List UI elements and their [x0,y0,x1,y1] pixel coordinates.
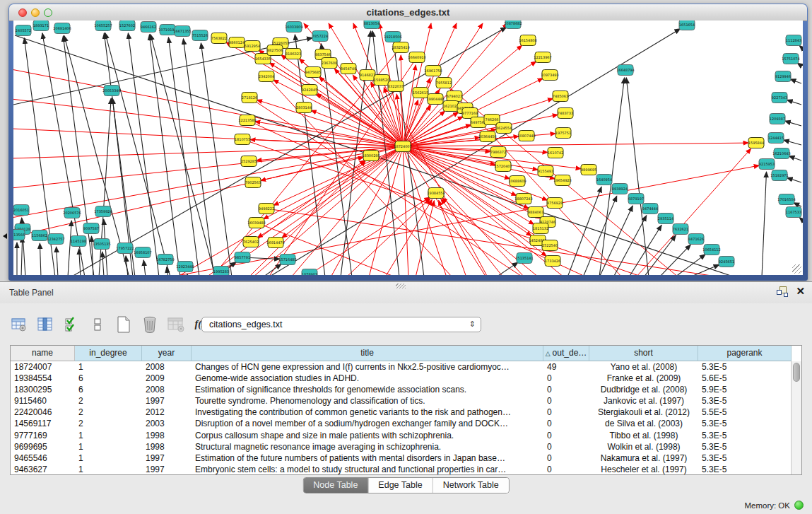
table-cell[interactable]: Estimation of significance thresholds fo… [192,384,543,395]
table-cell[interactable]: 22420046 [11,407,75,418]
table-cell[interactable]: 0 [543,395,589,407]
table-cell[interactable]: 1 [75,361,142,373]
table-cell[interactable]: 5.3E-5 [698,430,792,441]
table-cell[interactable]: 18724007 [11,361,75,373]
table-cell[interactable]: 18300295 [11,384,75,395]
table-cell[interactable]: 2 [75,407,142,418]
table-cell[interactable]: 1997 [142,464,192,475]
table-cell[interactable]: 5.6E-5 [698,373,792,384]
table-cell[interactable]: Tibbo et al. (1998) [589,430,698,441]
row-height-icon[interactable] [88,315,107,334]
table-cell[interactable]: Structural magnetic resonance image aver… [192,441,543,452]
table-cell[interactable]: Estimation of the future numbers of pati… [192,452,543,464]
table-cell[interactable]: 0 [543,407,589,418]
table-cell[interactable]: 19384554 [11,373,75,384]
table-row[interactable]: 977716911998Corpus callosum shape and si… [11,430,801,441]
table-cell[interactable]: 5.3E-5 [698,395,792,407]
table-cell[interactable]: 0 [543,441,589,452]
column-header-name[interactable]: name [11,346,75,361]
table-cell[interactable]: Genome-wide association studies in ADHD. [192,373,543,384]
new-table-icon[interactable] [114,315,133,334]
tab-edge-table[interactable]: Edge Table [368,478,433,493]
table-row[interactable]: 946362711997Embryonic stem cells: a mode… [11,464,801,475]
table-cell[interactable]: 2 [75,395,142,407]
table-cell[interactable]: 2003 [142,418,192,429]
table-row[interactable]: 946554611997Estimation of the future num… [11,452,801,464]
table-cell[interactable]: 5.3E-5 [698,361,792,373]
resize-grip[interactable] [792,264,801,274]
table-cell[interactable]: 5.3E-5 [698,464,792,475]
column-header-pagerank[interactable]: pagerank [698,346,792,361]
scrollbar-thumb[interactable] [793,363,800,382]
table-cell[interactable]: 0 [543,464,589,475]
table-cell[interactable]: 2012 [142,407,192,418]
column-header-short[interactable]: short [589,346,698,361]
table-cell[interactable]: Embryonic stem cells: a model to study s… [192,464,543,475]
table-cell[interactable]: Disruption of a novel member of a sodium… [192,418,543,429]
table-cell[interactable]: 0 [543,418,589,429]
table-cell[interactable]: 9465546 [11,452,75,464]
table-cell[interactable]: Hescheler et al. (1997) [589,464,698,475]
table-cell[interactable]: 1 [75,452,142,464]
table-cell[interactable]: 9777169 [11,430,75,441]
table-cell[interactable]: Changes of HCN gene expression and I(f) … [192,361,543,373]
table-cell[interactable]: 14569117 [11,418,75,429]
table-cell[interactable]: Franke et al. (2009) [589,373,698,384]
pane-resize-grip[interactable] [396,284,406,288]
table-cell[interactable]: 6 [75,373,142,384]
table-cell[interactable]: 1 [75,430,142,441]
delete-table-icon[interactable] [141,315,159,334]
table-cell[interactable]: Jankovic et al. (1997) [589,395,698,407]
table-cell[interactable]: 1 [75,441,142,452]
table-row[interactable]: 1830029562008Estimation of significance … [11,384,801,395]
network-window-titlebar[interactable]: citations_edges.txt [9,4,807,21]
table-cell[interactable]: Tourette syndrome. Phenomenology and cla… [192,395,543,407]
table-cell[interactable]: 9115460 [11,395,75,407]
table-cell[interactable]: 2009 [142,373,192,384]
select-rows-icon[interactable] [62,315,81,334]
table-cell[interactable]: 5.5E-5 [698,407,792,418]
table-row[interactable]: 1872400712008Changes of HCN gene express… [11,361,801,373]
column-header-year[interactable]: year [142,346,192,361]
table-cell[interactable]: 5.3E-5 [698,418,792,429]
table-cell[interactable]: 2008 [142,361,192,373]
table-row[interactable]: 2242004622012Investigating the contribut… [11,407,801,418]
table-settings-icon[interactable] [10,315,28,334]
table-cell[interactable]: Corpus callosum shape and size in male p… [192,430,543,441]
table-cell[interactable]: 0 [543,373,589,384]
table-scrollbar[interactable] [791,361,801,474]
table-cell[interactable]: 0 [543,430,589,441]
table-cell[interactable]: 49 [543,361,589,373]
column-header-out_de[interactable]: △out_de… [543,346,589,361]
table-cell[interactable]: Stergiakouli et al. (2012) [589,407,698,418]
table-cell[interactable]: 9699695 [11,441,75,452]
table-row[interactable]: 1456911722003Disruption of a novel membe… [11,418,801,429]
float-panel-icon[interactable] [776,286,787,297]
table-cell[interactable]: 0 [543,384,589,395]
table-cell[interactable]: Nakamura et al. (1997) [589,452,698,464]
column-header-title[interactable]: title [192,346,543,361]
table-cell[interactable]: de Silva et al. (2003) [589,418,698,429]
table-cell[interactable]: 5.3E-5 [698,441,792,452]
table-cell[interactable]: 1 [75,464,142,475]
table-cell[interactable]: 0 [543,452,589,464]
table-cell[interactable]: Yano et al. (2008) [589,361,698,373]
table-select[interactable]: citations_edges.txt ⇕ [201,317,481,332]
network-canvas[interactable]: 2405572189317120691406106552571527602946… [13,21,803,275]
table-cell[interactable]: 1997 [142,395,192,407]
table-row[interactable]: 911546021997Tourette syndrome. Phenomeno… [11,395,801,407]
table-cell[interactable]: Investigating the contribution of common… [192,407,543,418]
table-row[interactable]: 969969511998Structural magnetic resonanc… [11,441,801,452]
table-cell[interactable]: 2 [75,418,142,429]
table-cell[interactable]: 1998 [142,430,192,441]
column-header-in_degree[interactable]: in_degree [75,346,142,361]
table-cell[interactable]: 1998 [142,441,192,452]
table-cell[interactable]: Wolkin et al. (1998) [589,441,698,452]
import-table-icon[interactable] [167,315,185,334]
table-row[interactable]: 1938455462009Genome-wide association stu… [11,373,801,384]
table-cell[interactable]: 9463627 [11,464,75,475]
table-cell[interactable]: 1997 [142,452,192,464]
table-cell[interactable]: Dudbridge et al. (2008) [589,384,698,395]
tab-node-table[interactable]: Node Table [303,478,368,493]
table-cell[interactable]: 6 [75,384,142,395]
